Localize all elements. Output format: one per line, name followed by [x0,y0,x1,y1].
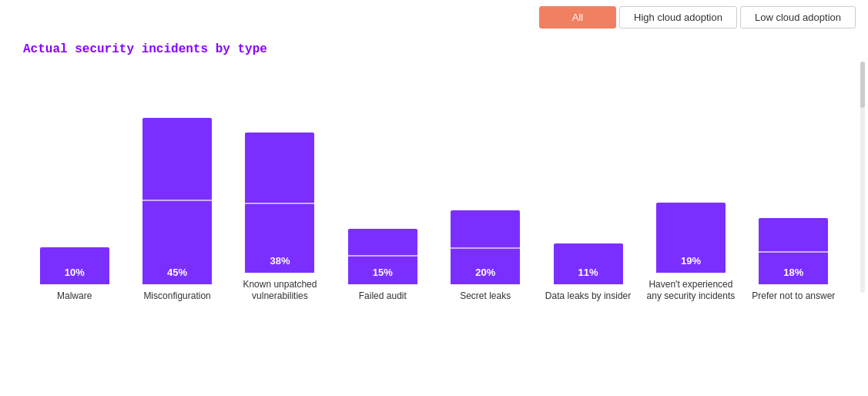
bar-percentage-misconfiguration: 45% [167,267,187,278]
bar-label-no-incidents: Haven't experienced any security inciden… [645,279,737,303]
bar-stack-failed-audit: 15% [348,229,417,284]
bar-percentage-secret-leaks: 20% [475,267,495,278]
bar-segment-misconfiguration-0 [142,118,212,200]
scrollbar-thumb[interactable] [860,62,865,108]
filter-low-cloud-button[interactable]: Low cloud adoption [740,6,856,29]
bar-group-misconfiguration: 45%Misconfiguration [131,118,223,303]
bar-label-secret-leaks: Secret leaks [460,290,511,303]
bar-stack-prefer-not: 18% [759,218,828,284]
bar-label-failed-audit: Failed audit [359,290,407,303]
bar-stack-known-unpatched: 38% [245,133,314,273]
bar-percentage-known-unpatched: 38% [270,255,290,267]
bar-segment-failed-audit-0 [348,229,417,255]
bar-label-data-leaks: Data leaks by insider [545,290,631,303]
filter-all-button[interactable]: All [539,6,616,29]
filter-high-cloud-button[interactable]: High cloud adoption [619,6,737,29]
bar-percentage-failed-audit: 15% [373,267,393,278]
bar-percentage-data-leaks: 11% [578,267,598,278]
bar-group-secret-leaks: 20%Secret leaks [439,210,531,303]
bar-segment-secret-leaks-0 [451,210,520,247]
bar-group-data-leaks: 11%Data leaks by insider [542,243,635,303]
bar-segment-malware-0 [40,247,109,284]
bar-group-malware: 10%Malware [28,247,121,303]
bar-percentage-malware: 10% [65,267,85,278]
bar-group-no-incidents: 19%Haven't experienced any security inci… [645,203,737,303]
bar-segment-known-unpatched-0 [245,133,314,203]
chart-title: Actual security incidents by type [0,35,868,72]
bar-group-known-unpatched: 38%Known unpatched vulnerabilities [233,133,326,303]
bar-stack-data-leaks: 11% [554,243,623,284]
filter-bar: All High cloud adoption Low cloud adopti… [0,0,868,35]
bar-label-prefer-not: Prefer not to answer [752,290,835,303]
bar-stack-secret-leaks: 20% [451,210,520,284]
bar-segment-prefer-not-0 [759,218,828,251]
bar-label-known-unpatched: Known unpatched vulnerabilities [233,279,326,303]
bar-chart: 10%Malware45%Misconfiguration38%Known un… [0,72,868,303]
bar-group-prefer-not: 18%Prefer not to answer [747,218,840,303]
bar-segment-secret-leaks-1 [451,247,520,284]
bar-group-failed-audit: 15%Failed audit [337,229,429,303]
bar-stack-no-incidents: 19% [656,203,726,273]
bar-segment-data-leaks-0 [554,243,623,284]
bar-percentage-no-incidents: 19% [681,255,701,267]
bar-stack-malware: 10% [40,247,109,284]
scrollbar[interactable] [860,62,865,293]
bar-percentage-prefer-not: 18% [783,267,803,278]
bar-label-malware: Malware [57,290,92,303]
bar-label-misconfiguration: Misconfiguration [143,290,210,303]
bar-stack-misconfiguration: 45% [142,118,212,284]
